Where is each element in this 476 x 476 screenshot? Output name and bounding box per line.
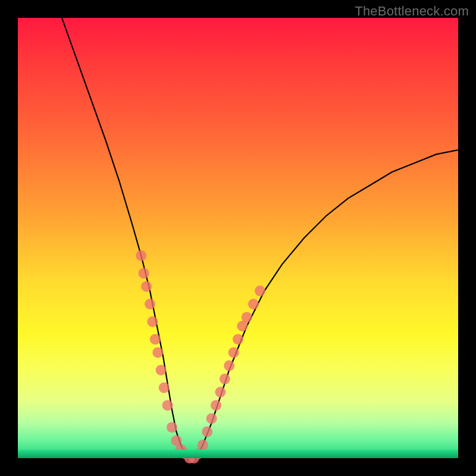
chart-marker — [202, 427, 212, 437]
chart-marker — [150, 334, 161, 345]
chart-markers — [136, 250, 265, 464]
chart-marker — [242, 312, 252, 322]
chart-marker — [136, 250, 146, 261]
chart-svg — [18, 18, 458, 458]
chart-plot-area — [18, 18, 458, 458]
chart-marker — [224, 361, 234, 371]
chart-marker — [159, 383, 170, 393]
chart-marker — [255, 286, 265, 296]
chart-marker — [233, 334, 243, 345]
bottleneck-curve — [62, 18, 458, 458]
chart-marker — [206, 413, 217, 424]
chart-marker — [180, 449, 190, 459]
chart-marker — [167, 422, 177, 433]
watermark-text: TheBottleneck.com — [355, 4, 469, 19]
chart-marker — [220, 374, 230, 384]
chart-marker — [198, 440, 208, 450]
chart-marker — [248, 299, 259, 309]
chart-marker — [193, 449, 203, 459]
chart-marker — [162, 400, 173, 411]
chart-marker — [156, 365, 167, 375]
chart-marker — [147, 317, 158, 327]
chart-marker — [176, 444, 186, 455]
chart-marker — [215, 387, 226, 397]
chart-marker — [152, 347, 163, 358]
chart-marker — [141, 281, 152, 292]
chart-marker — [228, 347, 239, 358]
chart-marker — [145, 299, 155, 309]
chart-marker — [211, 400, 221, 411]
chart-marker — [139, 268, 149, 278]
chart-frame: TheBottleneck.com — [0, 0, 476, 476]
